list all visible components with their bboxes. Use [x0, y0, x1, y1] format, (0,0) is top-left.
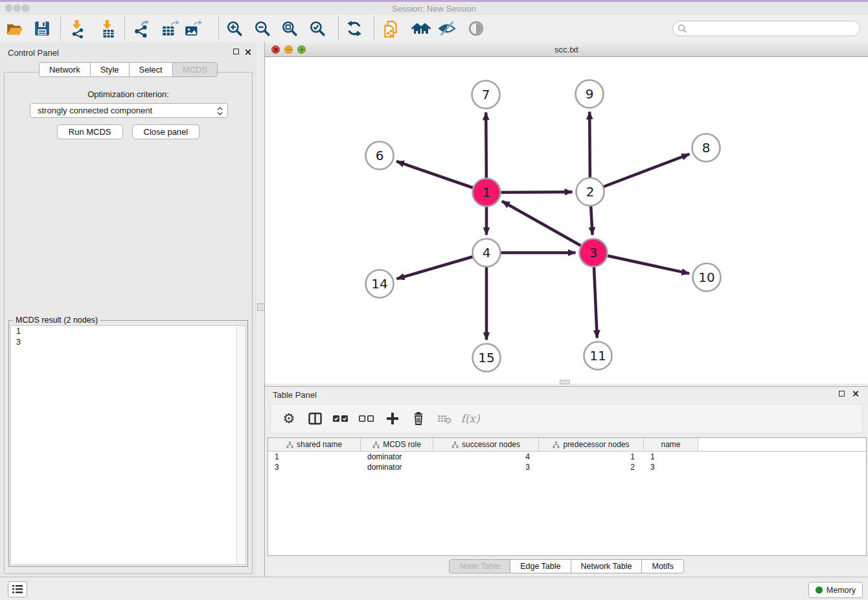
clone-network-icon[interactable] [382, 20, 400, 38]
cell-predecessor-nodes: 1 [539, 452, 644, 462]
graph-edge-2-8[interactable] [590, 154, 689, 192]
unselect-all-icon[interactable] [359, 411, 374, 426]
tab-select[interactable]: Select [129, 62, 173, 77]
graph-edge-3-1[interactable] [502, 202, 593, 253]
app-window: Session: New Session [0, 0, 868, 600]
table-header-row: shared nameMCDS rolesuccessor nodesprede… [268, 438, 866, 452]
tab-network-table[interactable]: Network Table [571, 559, 643, 573]
column-header-predecessor-nodes[interactable]: predecessor nodes [539, 438, 644, 451]
cell-successor-nodes: 4 [433, 452, 539, 462]
open-file-icon[interactable] [6, 20, 24, 38]
tab-network[interactable]: Network [39, 62, 91, 77]
network-window-titlebar[interactable]: scc.txt [265, 42, 868, 57]
table-row[interactable]: 1dominator411 [268, 452, 866, 462]
column-type-icon [451, 441, 459, 448]
cell-MCDS-role: dominator [361, 462, 433, 472]
function-builder-icon: f(x) [463, 411, 478, 426]
mcds-result-list[interactable]: 13 [10, 325, 246, 565]
network-canvas[interactable]: 7968124314101511 [265, 57, 868, 384]
table-row[interactable]: 3dominator323 [268, 462, 866, 472]
search-input[interactable] [689, 22, 853, 35]
add-column-icon[interactable] [385, 411, 400, 426]
cell-successor-nodes: 3 [433, 462, 539, 472]
home-panel-icon[interactable] [411, 20, 429, 38]
window-title: Session: New Session [0, 4, 868, 14]
select-all-icon[interactable] [333, 411, 348, 426]
tab-edge-table[interactable]: Edge Table [510, 559, 571, 573]
zoom-selected-icon[interactable] [309, 20, 327, 38]
criterion-dropdown-value: strongly connected component [38, 106, 152, 115]
zoom-out-icon[interactable] [254, 20, 272, 38]
result-scrollbar[interactable] [236, 326, 246, 564]
zoom-fit-icon[interactable] [281, 20, 299, 38]
graph-node-label: 2 [586, 184, 595, 200]
close-table-panel-icon[interactable] [852, 390, 859, 397]
memory-label: Memory [827, 586, 856, 595]
cell-MCDS-role: dominator [361, 452, 433, 462]
cell-predecessor-nodes: 2 [539, 462, 644, 472]
column-type-icon [553, 441, 560, 448]
network-window: scc.txt 7968124314101511 [264, 42, 868, 384]
search-icon [678, 24, 687, 33]
cell-name: 3 [644, 462, 698, 472]
zoom-in-icon[interactable] [226, 20, 244, 38]
show-graphics-details-icon[interactable] [468, 20, 486, 38]
search-field[interactable] [672, 21, 860, 36]
toolbar-separator [374, 17, 374, 40]
control-panel-title: Control Panel [8, 48, 59, 58]
graph-node-label: 15 [478, 350, 494, 365]
delete-table-icon [437, 411, 452, 426]
horizontal-splitter-grip[interactable] [560, 380, 570, 384]
tab-node-table[interactable]: Node Table [449, 559, 510, 573]
list-icon [12, 585, 23, 594]
column-header-MCDS-role[interactable]: MCDS role [361, 438, 433, 451]
close-panel-icon[interactable] [244, 49, 251, 56]
status-bar: Memory [0, 577, 868, 600]
tab-mcds[interactable]: MCDS [172, 62, 218, 77]
toolbar-separator [124, 17, 125, 40]
column-header-shared-name[interactable]: shared name [268, 438, 361, 451]
delete-column-icon[interactable] [411, 411, 426, 426]
criterion-dropdown[interactable]: strongly connected component [30, 103, 228, 118]
save-session-icon[interactable] [34, 20, 52, 38]
node-table: shared nameMCDS rolesuccessor nodesprede… [268, 437, 867, 556]
export-table-icon[interactable] [161, 20, 179, 38]
show-columns-icon[interactable] [307, 411, 323, 426]
run-mcds-button[interactable]: Run MCDS [57, 124, 123, 139]
dropdown-stepper-icon [217, 106, 223, 116]
float-table-panel-icon[interactable] [839, 391, 845, 397]
cell-shared-name: 3 [268, 462, 361, 472]
graph-node-label: 10 [698, 270, 714, 285]
memory-status-dot [816, 586, 823, 594]
fx-label: f(x) [461, 412, 479, 425]
toolbar-separator [60, 17, 61, 40]
column-header-name[interactable]: name [644, 438, 698, 451]
column-header-successor-nodes[interactable]: successor nodes [433, 438, 539, 451]
memory-button[interactable]: Memory [808, 582, 863, 598]
table-settings-gear-icon[interactable]: ⚙ [281, 411, 297, 426]
close-panel-button[interactable]: Close panel [132, 124, 200, 139]
network-graph: 7968124314101511 [265, 57, 868, 384]
graph-node-label: 4 [483, 245, 491, 260]
import-table-icon[interactable] [99, 20, 117, 38]
export-image-icon[interactable] [184, 20, 202, 38]
float-panel-icon[interactable] [233, 49, 239, 54]
mcds-result-title: MCDS result (2 nodes) [13, 316, 100, 325]
column-type-icon [286, 441, 293, 448]
import-network-icon[interactable] [69, 20, 87, 38]
hide-graphics-details-icon[interactable] [438, 20, 456, 38]
optimization-criterion-label: Optimization criterion: [5, 89, 252, 99]
refresh-layout-icon[interactable] [346, 20, 364, 38]
tab-motifs[interactable]: Motifs [641, 559, 683, 573]
tab-style[interactable]: Style [90, 62, 130, 77]
table-body: 1dominator4113dominator323 [268, 452, 866, 472]
graph-node-label: 3 [589, 245, 598, 260]
table-toolbar: ⚙ f(x) [270, 404, 863, 433]
control-panel: Control Panel NetworkStyleSelectMCDS Opt… [0, 42, 257, 577]
task-history-button[interactable] [8, 581, 27, 597]
export-network-icon[interactable] [133, 20, 151, 38]
table-panel: Table Panel ⚙ f(x [264, 386, 868, 577]
graph-node-label: 9 [586, 86, 594, 102]
mcds-result-item: 1 [11, 326, 246, 337]
table-panel-tabs: Node TableEdge TableNetwork TableMotifs [265, 559, 868, 573]
